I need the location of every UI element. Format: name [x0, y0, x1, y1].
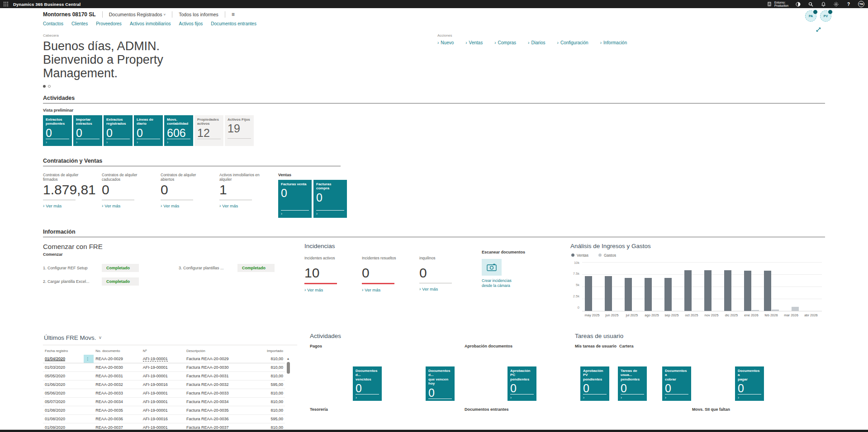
chart-bar-group: abr 2026 [801, 262, 821, 317]
ver-mas-link[interactable]: › Ver más [419, 286, 477, 291]
cue-tile[interactable]: Documentos a cobrar 0 › [662, 366, 691, 401]
kpi-value[interactable]: 10 [304, 266, 362, 280]
cue-tile[interactable]: Extractos pendientes 0 › [43, 115, 72, 146]
ver-mas-link[interactable]: › Ver más [362, 287, 419, 292]
company-name[interactable]: Montornes 08170 SL [43, 11, 96, 18]
quick-links-bar: ContactosClientesProveedoresActivos inmo… [0, 19, 868, 29]
scrollbar-thumb[interactable] [287, 362, 290, 374]
cue-tile[interactable]: Documentos d... que vencen hoy 0 › [426, 366, 455, 401]
kpi-value[interactable]: 0 [102, 183, 161, 197]
date-link[interactable]: 01/08/2020 [45, 417, 65, 421]
date-link[interactable]: 05/07/2020 [45, 399, 65, 404]
environment-badge[interactable]: Entorno: Production [766, 1, 788, 8]
setup-step-link[interactable]: 2. Cargar plantilla Excel... [43, 279, 102, 284]
nr-link[interactable]: AFI-19-00001 [143, 365, 168, 370]
nav-menu-documentos-registrados[interactable]: Documentos Registrados ˅ [109, 12, 166, 17]
cue-tile[interactable]: Aprobación PC pendientes 0 › [508, 366, 536, 401]
pagination-dot[interactable] [48, 85, 51, 88]
table-row[interactable]: 01/03/2020 ⋮ REAA-20-0030 AFI-19-00001 F… [43, 363, 285, 371]
chevron-right-icon: › [281, 212, 309, 216]
ver-mas-link[interactable]: › Ver más [43, 203, 102, 208]
kpi-value[interactable]: 1 [219, 183, 278, 197]
copilot-icon[interactable] [795, 1, 801, 7]
pagination-dot-active[interactable] [43, 85, 46, 88]
table-row[interactable]: 05/06/2020 ⋮ REAA-20-0033 AFI-19-00001 F… [43, 389, 285, 397]
scan-caption-link[interactable]: Crear incidencias desde la cámara [482, 278, 570, 288]
table-row[interactable]: 01/06/2020 ⋮ REAA-20-0032 AFI-19-00016 F… [43, 380, 285, 389]
action-link[interactable]: › Información [600, 40, 627, 45]
scan-camera-button[interactable] [482, 259, 502, 276]
table-row[interactable]: 05/05/2020 ⋮ REAA-20-0031 AFI-19-00001 F… [43, 371, 285, 380]
cue-tile[interactable]: Tareas de usua... pendientes 0 › [618, 366, 647, 401]
quick-link[interactable]: Proveedores [96, 21, 122, 26]
quick-link[interactable]: Clientes [71, 21, 88, 26]
date-link[interactable]: 05/05/2020 [45, 374, 65, 378]
date-link[interactable]: 01/04/2020 [45, 357, 65, 361]
cue-tile[interactable]: Propiedades activos 12 › [194, 115, 223, 146]
cue-tile[interactable]: Documentos d... vencidos 0 › [353, 366, 382, 401]
nr-link[interactable]: AFI-19-00001 [143, 425, 168, 430]
action-link[interactable]: › Configuración [557, 40, 588, 45]
ver-mas-link[interactable]: › Ver más [102, 203, 161, 208]
scroll-up-icon[interactable]: ▲ [287, 357, 290, 360]
date-link[interactable]: 01/03/2020 [45, 365, 65, 370]
help-icon[interactable]: ? [845, 1, 852, 7]
account-avatar[interactable]: TM [858, 1, 864, 7]
cue-tile[interactable]: Documentos a pagar 0 › [735, 366, 764, 401]
nr-link[interactable]: AFI-19-00001 [143, 399, 168, 404]
nav-menu-todos-los-informes[interactable]: Todos los informes [179, 12, 218, 17]
chart-x-tick: jul 2025 [622, 313, 642, 317]
quick-link[interactable]: Activos inmobiliarios [130, 21, 171, 26]
date-link[interactable]: 01/08/2020 [45, 408, 65, 413]
nr-link[interactable]: AFI-19-00001 [143, 374, 168, 378]
cue-tile[interactable]: Líneas de diario 0 › [134, 115, 163, 146]
ver-mas-link[interactable]: › Ver más [161, 203, 219, 208]
cue-tile[interactable]: Extractos registrados 0 › [104, 115, 133, 146]
table-row[interactable]: 01/08/2020 ⋮ REAA-20-0036 AFI-19-00016 F… [43, 414, 285, 423]
chevron-right-icon: › [304, 287, 306, 292]
nr-link[interactable]: AFI-19-00001 [143, 408, 168, 413]
kpi-value[interactable]: 1.879,81 [43, 183, 102, 197]
nr-link[interactable]: AFI-19-00001 [143, 357, 168, 362]
ver-mas-link[interactable]: › Ver más [219, 203, 278, 208]
hamburger-menu-icon[interactable]: ≡ [232, 11, 235, 18]
date-link[interactable]: 05/06/2020 [45, 391, 65, 395]
row-menu-icon[interactable]: ⋮ [85, 357, 90, 361]
cue-tile[interactable]: Facturas compra 0 › [313, 180, 347, 218]
kpi-value[interactable]: 0 [362, 266, 419, 280]
settings-icon[interactable] [833, 1, 839, 7]
kpi-value[interactable]: 0 [161, 183, 219, 197]
cue-tile[interactable]: Activos Fijos 19 › [225, 115, 254, 146]
action-link[interactable]: › Compras [494, 40, 516, 45]
search-icon[interactable] [807, 1, 814, 7]
table-row[interactable]: 01/08/2020 ⋮ REAA-20-0035 AFI-19-00001 F… [43, 406, 285, 414]
action-link[interactable]: › Diarios [528, 40, 545, 45]
action-link[interactable]: › Ventas [465, 40, 483, 45]
action-link[interactable]: › Nuevo [437, 40, 454, 45]
quick-link[interactable]: Documentos entrantes [211, 21, 256, 26]
apps-grid-icon[interactable] [4, 2, 9, 7]
date-link[interactable]: 01/09/2020 [45, 425, 65, 430]
quick-link[interactable]: Contactos [43, 21, 63, 26]
table-row[interactable]: 01/04/2020 ⋮ REAA-20-0029 AFI-19-00001 F… [43, 355, 285, 363]
ver-mas-link[interactable]: › Ver más [304, 287, 362, 292]
cue-tile[interactable]: Facturas venta 0 › [278, 180, 312, 218]
table-row[interactable]: 05/07/2020 ⋮ REAA-20-0034 AFI-19-00001 F… [43, 397, 285, 406]
legend-item-gastos[interactable]: Gastos [598, 253, 616, 258]
nr-link[interactable]: AFI-19-00001 [143, 391, 168, 395]
date-link[interactable]: 01/06/2020 [45, 382, 65, 387]
fre-movs-title[interactable]: Últimos FRE Movs. ˅ [43, 333, 297, 345]
notifications-icon[interactable] [820, 1, 826, 7]
setup-step-link[interactable]: 1. Configurar REF Setup [43, 266, 102, 270]
kpi-value[interactable]: 0 [419, 266, 477, 280]
pv-badge[interactable]: PV [820, 10, 831, 22]
nr-link[interactable]: AFI-19-00016 [143, 382, 168, 387]
quick-link[interactable]: Activos fijos [179, 21, 203, 26]
pa-badge[interactable]: PA [805, 10, 816, 22]
activities-bottom-part: Actividades Pagos Documentos d... vencid… [310, 333, 530, 432]
cue-tile[interactable]: Importar extractos 0 › [73, 115, 102, 146]
cue-tile[interactable]: Movs. contabilidad 606 › [164, 115, 193, 146]
legend-item-ventas[interactable]: Ventas [571, 253, 588, 258]
setup-step-link[interactable]: 3. Configurar plantillas ... [179, 266, 237, 270]
nr-link[interactable]: AFI-19-00016 [143, 417, 168, 421]
